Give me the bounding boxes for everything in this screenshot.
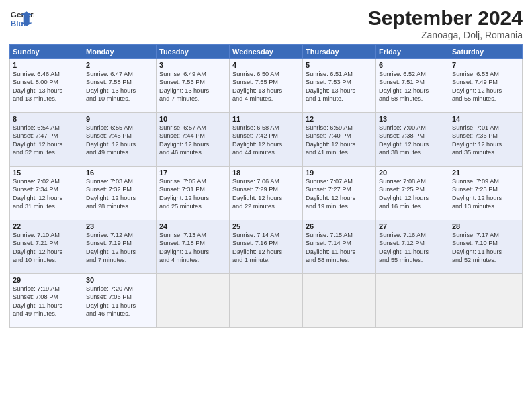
day-number: 22: [13, 222, 80, 230]
day-number: 27: [379, 222, 446, 230]
table-row: 17Sunrise: 7:05 AM Sunset: 7:31 PM Dayli…: [157, 167, 230, 220]
day-number: 7: [452, 61, 519, 69]
table-row: 22Sunrise: 7:10 AM Sunset: 7:21 PM Dayli…: [10, 220, 83, 274]
table-row: 10Sunrise: 6:57 AM Sunset: 7:44 PM Dayli…: [157, 113, 230, 167]
day-info: Sunrise: 7:06 AM Sunset: 7:29 PM Dayligh…: [232, 177, 300, 211]
day-info: Sunrise: 7:05 AM Sunset: 7:31 PM Dayligh…: [159, 177, 226, 211]
col-friday: Friday: [376, 45, 449, 59]
day-info: Sunrise: 6:52 AM Sunset: 7:51 PM Dayligh…: [379, 70, 446, 103]
day-number: 13: [379, 115, 446, 123]
table-row: [157, 274, 230, 328]
day-info: Sunrise: 7:20 AM Sunset: 7:06 PM Dayligh…: [86, 285, 153, 318]
day-number: 5: [306, 61, 373, 69]
day-info: Sunrise: 6:46 AM Sunset: 8:00 PM Dayligh…: [13, 70, 80, 103]
day-number: 24: [159, 222, 226, 230]
header-row: Sunday Monday Tuesday Wednesday Thursday…: [10, 45, 523, 59]
day-number: 16: [86, 169, 153, 177]
day-info: Sunrise: 7:10 AM Sunset: 7:21 PM Dayligh…: [13, 231, 80, 265]
day-number: 2: [86, 61, 153, 69]
table-row: 23Sunrise: 7:12 AM Sunset: 7:19 PM Dayli…: [83, 220, 157, 274]
day-info: Sunrise: 7:14 AM Sunset: 7:16 PM Dayligh…: [232, 231, 300, 265]
day-number: 30: [86, 276, 153, 284]
table-row: 26Sunrise: 7:15 AM Sunset: 7:14 PM Dayli…: [303, 220, 376, 274]
table-row: 28Sunrise: 7:17 AM Sunset: 7:10 PM Dayli…: [449, 220, 523, 274]
table-row: [376, 274, 449, 328]
day-info: Sunrise: 7:03 AM Sunset: 7:32 PM Dayligh…: [86, 177, 153, 211]
table-row: 16Sunrise: 7:03 AM Sunset: 7:32 PM Dayli…: [83, 167, 157, 220]
day-number: 12: [306, 115, 373, 123]
day-info: Sunrise: 6:55 AM Sunset: 7:45 PM Dayligh…: [86, 124, 153, 157]
day-number: 29: [13, 276, 80, 284]
day-number: 4: [232, 61, 300, 69]
day-number: 17: [159, 169, 226, 177]
day-info: Sunrise: 7:17 AM Sunset: 7:10 PM Dayligh…: [452, 231, 519, 265]
day-info: Sunrise: 7:19 AM Sunset: 7:08 PM Dayligh…: [13, 285, 80, 318]
table-row: 13Sunrise: 7:00 AM Sunset: 7:38 PM Dayli…: [376, 113, 449, 167]
month-title: September 2024: [368, 7, 523, 30]
table-row: 12Sunrise: 6:59 AM Sunset: 7:40 PM Dayli…: [303, 113, 376, 167]
day-info: Sunrise: 7:12 AM Sunset: 7:19 PM Dayligh…: [86, 231, 153, 265]
table-row: 24Sunrise: 7:13 AM Sunset: 7:18 PM Dayli…: [157, 220, 230, 274]
day-number: 20: [379, 169, 446, 177]
day-number: 9: [86, 115, 153, 123]
table-row: 21Sunrise: 7:09 AM Sunset: 7:23 PM Dayli…: [449, 167, 523, 220]
table-row: 3Sunrise: 6:49 AM Sunset: 7:56 PM Daylig…: [157, 59, 230, 113]
col-thursday: Thursday: [303, 45, 376, 59]
table-row: 14Sunrise: 7:01 AM Sunset: 7:36 PM Dayli…: [449, 113, 523, 167]
table-row: 15Sunrise: 7:02 AM Sunset: 7:34 PM Dayli…: [10, 167, 83, 220]
title-block: September 2024 Zanoaga, Dolj, Romania: [368, 7, 523, 40]
day-info: Sunrise: 7:00 AM Sunset: 7:38 PM Dayligh…: [379, 124, 446, 157]
col-wednesday: Wednesday: [230, 45, 303, 59]
day-number: 19: [306, 169, 373, 177]
day-info: Sunrise: 7:09 AM Sunset: 7:23 PM Dayligh…: [452, 177, 519, 211]
table-row: 2Sunrise: 6:47 AM Sunset: 7:58 PM Daylig…: [83, 59, 157, 113]
day-number: 6: [379, 61, 446, 69]
table-row: 19Sunrise: 7:07 AM Sunset: 7:27 PM Dayli…: [303, 167, 376, 220]
day-info: Sunrise: 7:02 AM Sunset: 7:34 PM Dayligh…: [13, 177, 80, 211]
calendar-week-4: 22Sunrise: 7:10 AM Sunset: 7:21 PM Dayli…: [10, 220, 523, 274]
logo: General Blue: [9, 7, 34, 31]
table-row: 11Sunrise: 6:58 AM Sunset: 7:42 PM Dayli…: [230, 113, 303, 167]
table-row: [449, 274, 523, 328]
table-row: 20Sunrise: 7:08 AM Sunset: 7:25 PM Dayli…: [376, 167, 449, 220]
day-number: 14: [452, 115, 519, 123]
day-info: Sunrise: 6:49 AM Sunset: 7:56 PM Dayligh…: [159, 70, 226, 103]
day-number: 1: [13, 61, 80, 69]
col-tuesday: Tuesday: [157, 45, 230, 59]
table-row: 9Sunrise: 6:55 AM Sunset: 7:45 PM Daylig…: [83, 113, 157, 167]
day-info: Sunrise: 7:13 AM Sunset: 7:18 PM Dayligh…: [159, 231, 226, 265]
calendar-week-5: 29Sunrise: 7:19 AM Sunset: 7:08 PM Dayli…: [10, 274, 523, 328]
day-info: Sunrise: 7:01 AM Sunset: 7:36 PM Dayligh…: [452, 124, 519, 157]
day-number: 3: [159, 61, 226, 69]
day-info: Sunrise: 6:57 AM Sunset: 7:44 PM Dayligh…: [159, 124, 226, 157]
day-info: Sunrise: 6:54 AM Sunset: 7:47 PM Dayligh…: [13, 124, 80, 157]
day-number: 21: [452, 169, 519, 177]
table-row: 1Sunrise: 6:46 AM Sunset: 8:00 PM Daylig…: [10, 59, 83, 113]
col-sunday: Sunday: [10, 45, 83, 59]
table-row: 25Sunrise: 7:14 AM Sunset: 7:16 PM Dayli…: [230, 220, 303, 274]
day-info: Sunrise: 6:59 AM Sunset: 7:40 PM Dayligh…: [306, 124, 373, 157]
table-row: [303, 274, 376, 328]
col-monday: Monday: [83, 45, 157, 59]
table-row: [230, 274, 303, 328]
day-info: Sunrise: 6:53 AM Sunset: 7:49 PM Dayligh…: [452, 70, 519, 103]
table-row: 7Sunrise: 6:53 AM Sunset: 7:49 PM Daylig…: [449, 59, 523, 113]
calendar-week-1: 1Sunrise: 6:46 AM Sunset: 8:00 PM Daylig…: [10, 59, 523, 113]
table-row: 27Sunrise: 7:16 AM Sunset: 7:12 PM Dayli…: [376, 220, 449, 274]
day-number: 28: [452, 222, 519, 230]
day-info: Sunrise: 7:16 AM Sunset: 7:12 PM Dayligh…: [379, 231, 446, 265]
table-row: 30Sunrise: 7:20 AM Sunset: 7:06 PM Dayli…: [83, 274, 157, 328]
table-row: 4Sunrise: 6:50 AM Sunset: 7:55 PM Daylig…: [230, 59, 303, 113]
logo-icon: General Blue: [9, 7, 34, 31]
table-row: 8Sunrise: 6:54 AM Sunset: 7:47 PM Daylig…: [10, 113, 83, 167]
day-info: Sunrise: 6:58 AM Sunset: 7:42 PM Dayligh…: [232, 124, 300, 157]
header: General Blue September 2024 Zanoaga, Dol…: [9, 7, 523, 40]
col-saturday: Saturday: [449, 45, 523, 59]
table-row: 6Sunrise: 6:52 AM Sunset: 7:51 PM Daylig…: [376, 59, 449, 113]
table-row: 29Sunrise: 7:19 AM Sunset: 7:08 PM Dayli…: [10, 274, 83, 328]
day-info: Sunrise: 7:07 AM Sunset: 7:27 PM Dayligh…: [306, 177, 373, 211]
day-info: Sunrise: 6:51 AM Sunset: 7:53 PM Dayligh…: [306, 70, 373, 103]
day-number: 11: [232, 115, 300, 123]
day-info: Sunrise: 7:08 AM Sunset: 7:25 PM Dayligh…: [379, 177, 446, 211]
calendar-page: General Blue September 2024 Zanoaga, Dol…: [0, 0, 532, 411]
